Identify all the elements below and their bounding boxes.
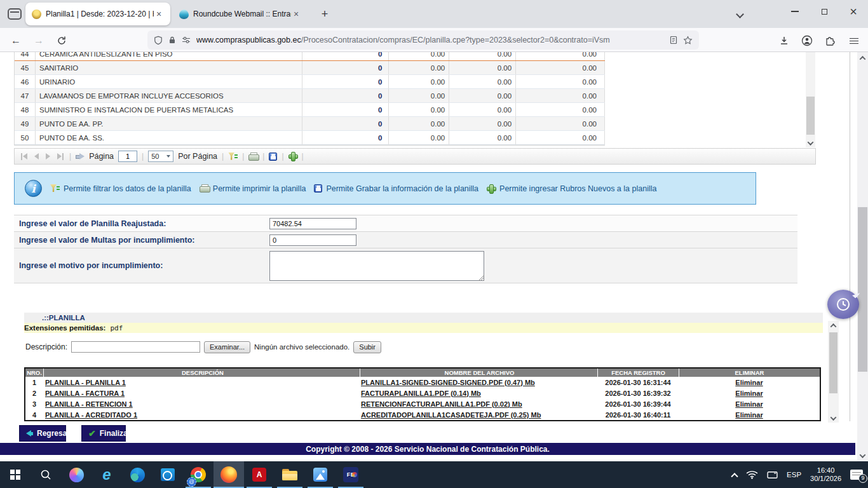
eliminar-link[interactable]: Eliminar <box>735 379 763 386</box>
motivo-textarea[interactable] <box>269 251 484 281</box>
prev-page-button[interactable] <box>33 153 40 159</box>
go-page-icon[interactable] <box>76 153 85 159</box>
scroll-down-button[interactable] <box>806 139 815 147</box>
restore-button[interactable] <box>810 0 839 23</box>
scroll-down-button[interactable] <box>828 414 839 423</box>
eliminar-link[interactable]: Eliminar <box>735 411 763 419</box>
eliminar-link[interactable]: Eliminar <box>735 390 763 397</box>
forward-button[interactable] <box>31 32 47 49</box>
floating-clock-widget[interactable] <box>827 290 859 319</box>
firmaec-button[interactable] <box>336 461 366 488</box>
clock-datetime[interactable]: 16:40 30/1/2026 <box>810 466 841 483</box>
close-icon[interactable] <box>154 9 164 19</box>
copilot-button[interactable] <box>61 461 92 488</box>
chevron-down-icon[interactable] <box>736 10 744 18</box>
next-page-button[interactable] <box>44 153 51 159</box>
file-archivo-link[interactable]: FACTURAPLANILLA1.PDF (0.14) Mb <box>361 390 481 397</box>
photos-button[interactable] <box>305 461 336 488</box>
permissions-icon[interactable] <box>182 36 191 44</box>
file-fecha: 2026-01-30 16:39:32 <box>597 390 679 397</box>
file-archivo-link[interactable]: ACREDITADOPLANILLA1CASADETEJA.PDF (0.25)… <box>361 411 541 419</box>
account-icon[interactable] <box>799 33 815 48</box>
internet-explorer-button[interactable] <box>92 461 122 488</box>
file-descripcion-link[interactable]: PLANILLA - FACTURA 1 <box>45 390 125 397</box>
info-item-text: Permite filtrar los datos de la planilla <box>64 184 191 193</box>
examinar-button[interactable]: Examinar... <box>204 341 250 353</box>
url-bar[interactable]: www.compraspublicas.gob.ec/ProcesoContra… <box>147 30 699 50</box>
acrobat-icon <box>252 468 266 482</box>
bookmark-star-icon[interactable] <box>683 36 693 45</box>
firefox-view-icon[interactable] <box>8 8 22 20</box>
minimize-button[interactable] <box>780 0 810 23</box>
table-row[interactable]: 44 CERAMICA ANTIDESLIZANTE EN PISO 0 0.0… <box>15 52 605 61</box>
url-text[interactable]: www.compraspublicas.gob.ec/ProcesoContra… <box>196 36 665 44</box>
upload-frame-scrollbar[interactable] <box>828 321 839 423</box>
file-archivo-link[interactable]: RETENCIONFACTURAPLANILLA1.PDF (0.02) Mb <box>361 400 522 408</box>
first-page-button[interactable] <box>20 153 29 160</box>
chevron-down-icon <box>808 139 814 146</box>
table-row[interactable]: 46 URINARIO 0 0.00 0.00 0.00 <box>15 75 605 89</box>
lock-icon[interactable] <box>168 36 176 44</box>
chrome-button[interactable] <box>183 461 214 488</box>
close-icon[interactable] <box>291 9 301 19</box>
page-content: 44 CERAMICA ANTIDESLIZANTE EN PISO 0 0.0… <box>0 52 868 461</box>
scroll-up-button[interactable] <box>828 321 839 330</box>
shield-icon[interactable] <box>154 36 163 45</box>
table-row[interactable]: 48 SUMINISTRO E INSTALACION DE PUERTAS M… <box>15 103 605 117</box>
scroll-down-button[interactable] <box>857 451 868 460</box>
file-descripcion-link[interactable]: PLANILLA - PLANILLA 1 <box>45 379 126 386</box>
tray-time: 16:40 <box>817 466 835 474</box>
firefox-button[interactable] <box>214 461 244 488</box>
descripcion-input[interactable] <box>71 341 200 353</box>
print-icon[interactable] <box>248 152 258 161</box>
reload-button[interactable] <box>53 32 70 49</box>
scrollbar-thumb[interactable] <box>829 332 837 393</box>
file-archivo-link[interactable]: PLANILLA1-SIGNED-SIGNED-SIGNED.PDF (0.47… <box>361 379 535 386</box>
add-row-icon[interactable] <box>288 152 297 161</box>
table-row[interactable]: 45 SANITARIO 0 0.00 0.00 0.00 <box>15 61 605 75</box>
notification-center-icon[interactable]: 9 <box>850 470 863 480</box>
tray-chevron-up-icon[interactable] <box>731 473 738 480</box>
extensions-puzzle-icon[interactable] <box>822 33 837 48</box>
grid-scrollbar[interactable] <box>806 52 815 147</box>
filter-icon[interactable] <box>228 152 238 161</box>
search-button[interactable] <box>31 461 61 488</box>
subir-button[interactable]: Subir <box>353 341 381 353</box>
close-window-button[interactable] <box>839 0 868 23</box>
file-descripcion-link[interactable]: PLANILLA - RETENCION 1 <box>45 400 133 408</box>
browser-scrollbar[interactable] <box>857 52 868 461</box>
per-page-select[interactable]: 50 <box>148 151 173 162</box>
multas-input[interactable] <box>269 234 356 246</box>
upload-row: Descripción: Examinar... Ningún archivo … <box>25 340 381 354</box>
eliminar-link[interactable]: Eliminar <box>735 400 763 408</box>
language-indicator[interactable]: ESP <box>787 471 801 478</box>
last-page-button[interactable] <box>56 153 65 160</box>
regresar-button[interactable]: Regresar <box>19 425 66 442</box>
reajustada-input[interactable] <box>269 218 356 229</box>
table-row[interactable]: 50 PUNTO DE AA. SS. 0 0.00 0.00 0.00 <box>15 131 605 145</box>
back-button[interactable] <box>8 32 24 49</box>
downloads-icon[interactable] <box>776 33 792 48</box>
start-button[interactable] <box>0 461 31 488</box>
resize-handle-icon[interactable] <box>478 274 484 281</box>
table-row[interactable]: 47 LAVAMANOS DE EMPOTRAR INCLUYE ACCESOR… <box>15 89 605 103</box>
outlook-button[interactable] <box>153 461 183 488</box>
display-cast-icon[interactable] <box>767 471 778 479</box>
file-descripcion-link[interactable]: PLANILLA - ACREDITADO 1 <box>45 411 137 419</box>
wifi-icon[interactable] <box>746 470 758 479</box>
scrollbar-thumb[interactable] <box>858 207 867 372</box>
scrollbar-thumb[interactable] <box>806 97 815 135</box>
acrobat-button[interactable] <box>244 461 275 488</box>
menu-hamburger-icon[interactable] <box>846 33 862 48</box>
save-icon[interactable] <box>269 152 277 161</box>
file-explorer-button[interactable] <box>275 461 305 488</box>
finalizar-button[interactable]: Finalizar <box>81 425 126 442</box>
page-number-input[interactable] <box>118 151 137 162</box>
scroll-up-button[interactable] <box>857 53 868 62</box>
new-tab-button[interactable] <box>317 6 332 22</box>
tab-planilla[interactable]: Planilla1 | Desde: 2023-12-20 | H <box>25 3 170 25</box>
tab-roundcube[interactable]: Roundcube Webmail :: Entrada <box>173 3 308 25</box>
table-row[interactable]: 49 PUNTO DE AA. PP. 0 0.00 0.00 0.00 <box>15 117 605 131</box>
edge-button[interactable] <box>122 461 153 488</box>
reader-mode-icon[interactable] <box>669 36 678 44</box>
